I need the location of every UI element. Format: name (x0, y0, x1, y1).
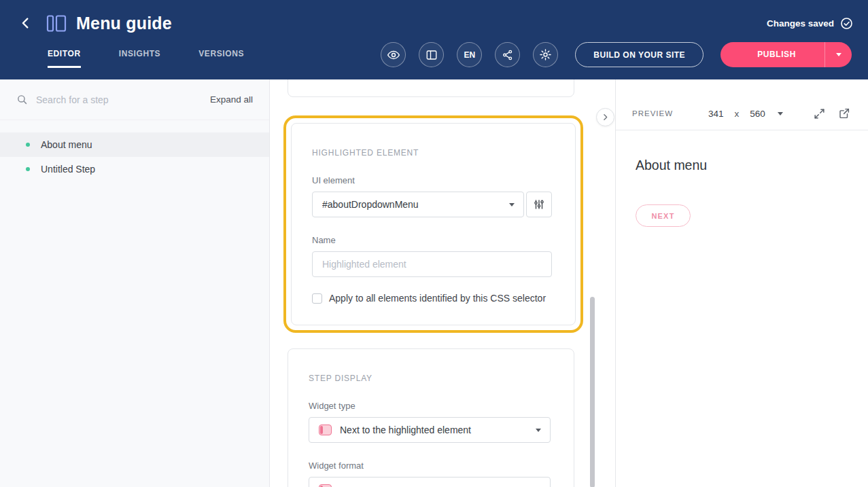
step-search-input[interactable] (36, 94, 210, 105)
step-list: About menu Untitled Step (0, 132, 269, 181)
chevron-right-icon (601, 113, 610, 122)
step-item-label: Untitled Step (41, 164, 95, 175)
element-name-input[interactable] (312, 251, 552, 277)
tab-insights[interactable]: INSIGHTS (119, 38, 160, 68)
highlighted-element-card: HIGHLIGHTED ELEMENT UI element #aboutDro… (291, 123, 576, 325)
chevron-down-icon (778, 112, 783, 115)
step-editor-panel: HIGHLIGHTED ELEMENT UI element #aboutDro… (270, 79, 615, 487)
ui-element-row: #aboutDropdownMenu (312, 192, 552, 217)
apply-all-checkbox[interactable] (312, 293, 322, 304)
widget-tooltip-icon (319, 425, 332, 435)
widget-format-label: Widget format (309, 461, 551, 471)
preview-width-value: 341 (708, 109, 724, 119)
step-item-untitled-step[interactable]: Untitled Step (0, 157, 269, 181)
step-bullet-icon (26, 167, 30, 171)
chevron-down-icon (836, 53, 841, 56)
top-bar: Menu guide Changes saved EDITOR INSIGHTS… (0, 0, 868, 79)
publish-dropdown-toggle[interactable] (824, 42, 852, 67)
build-on-your-site-button[interactable]: BUILD ON YOUR SITE (575, 42, 704, 67)
step-bullet-icon (26, 143, 30, 147)
expand-icon (813, 107, 826, 120)
widget-format-icon (319, 484, 332, 487)
selector-settings-button[interactable] (526, 192, 552, 217)
language-button[interactable]: EN (457, 42, 482, 67)
widget-type-select[interactable]: Next to the highlighted element (309, 417, 551, 443)
open-in-new-window-button[interactable] (838, 107, 850, 120)
preview-size-selector[interactable]: 341 x 560 (708, 109, 783, 119)
layout-icon (426, 49, 438, 61)
widget-type-label: Widget type (309, 401, 551, 411)
expand-all-link[interactable]: Expand all (210, 94, 253, 105)
layout-button[interactable] (419, 42, 444, 67)
preview-height-value: 560 (750, 109, 765, 119)
sliders-icon (533, 198, 545, 211)
preview-title: PREVIEW (632, 109, 673, 118)
widget-type-value: Next to the highlighted element (340, 425, 536, 435)
preview-header: PREVIEW 341 x 560 (616, 79, 868, 130)
chevron-down-icon (509, 203, 515, 206)
section-title: HIGHLIGHTED ELEMENT (312, 148, 552, 158)
preview-next-button[interactable]: NEXT (636, 204, 691, 227)
preview-actions (813, 107, 850, 120)
fullscreen-button[interactable] (813, 107, 826, 120)
ui-element-label: UI element (312, 175, 552, 185)
tab-versions[interactable]: VERSIONS (198, 38, 244, 68)
preview-step-title: About menu (636, 158, 868, 173)
step-item-about-menu[interactable]: About menu (0, 132, 269, 157)
settings-button[interactable] (533, 42, 558, 67)
section-title: STEP DISPLAY (309, 374, 551, 383)
steps-sidebar: Expand all About menu Untitled Step (0, 79, 270, 487)
step-display-card: STEP DISPLAY Widget type Next to the hig… (288, 348, 574, 487)
preview-body: About menu NEXT (616, 130, 868, 227)
ui-element-value: #aboutDropdownMenu (322, 199, 509, 210)
page-title: Menu guide (76, 14, 172, 33)
publish-split-button: PUBLISH (721, 42, 852, 67)
gear-icon (539, 48, 552, 61)
name-label: Name (312, 235, 552, 245)
preview-eye-button[interactable] (381, 42, 406, 67)
search-icon (16, 94, 28, 105)
chevron-down-icon (536, 429, 541, 432)
check-circle-icon (840, 17, 853, 30)
apply-all-row: Apply to all elements identified by this… (312, 293, 552, 304)
step-search-row: Expand all (0, 79, 269, 120)
app-root: Menu guide Changes saved EDITOR INSIGHTS… (0, 0, 868, 487)
top-bar-title-row: Menu guide Changes saved (0, 0, 868, 41)
editor-scrollbar[interactable] (590, 297, 595, 487)
collapse-preview-button[interactable] (596, 108, 614, 126)
guide-logo-icon (46, 14, 67, 33)
main-tabs: EDITOR INSIGHTS VERSIONS (48, 38, 282, 68)
external-link-icon (838, 107, 850, 120)
step-item-label: About menu (41, 139, 92, 150)
highlighted-element-focus-ring: HIGHLIGHTED ELEMENT UI element #aboutDro… (283, 115, 583, 333)
widget-format-select[interactable] (309, 477, 551, 487)
apply-all-label: Apply to all elements identified by this… (329, 293, 546, 304)
changes-saved-label: Changes saved (767, 18, 834, 29)
share-icon (502, 49, 514, 61)
preview-panel: PREVIEW 341 x 560 (615, 79, 868, 487)
top-bar-nav-row: EDITOR INSIGHTS VERSIONS EN (0, 38, 868, 79)
back-button[interactable] (16, 14, 35, 33)
publish-button[interactable]: PUBLISH (721, 42, 824, 67)
top-bar-controls: EN BUILD ON YOUR SITE PUBLISH (381, 42, 868, 67)
language-badge: EN (464, 50, 475, 60)
eye-icon (387, 48, 400, 62)
tab-editor[interactable]: EDITOR (48, 38, 81, 68)
share-button[interactable] (495, 42, 520, 67)
previous-settings-card (288, 79, 574, 97)
ui-element-select[interactable]: #aboutDropdownMenu (312, 192, 524, 217)
changes-saved-status: Changes saved (767, 17, 853, 30)
chevron-left-icon (18, 16, 33, 31)
size-separator: x (735, 109, 740, 119)
